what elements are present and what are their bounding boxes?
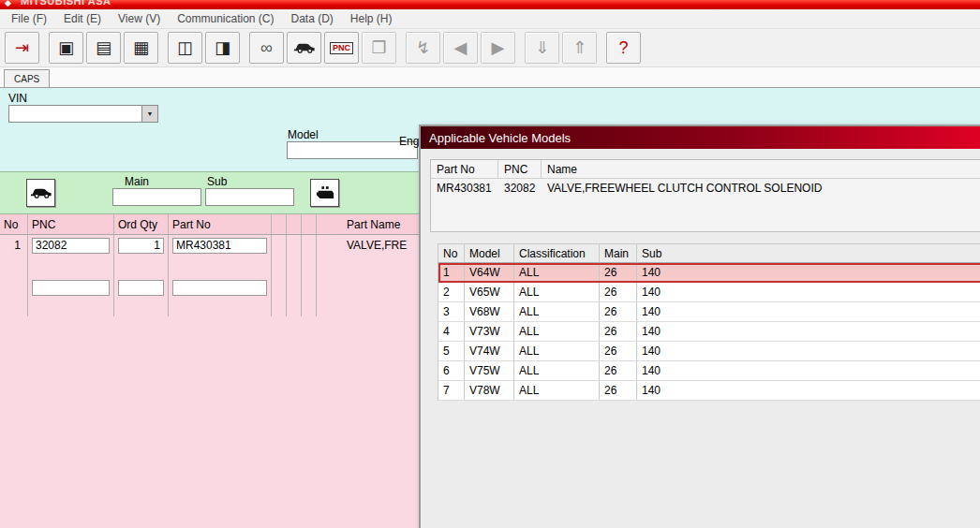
price-list-button[interactable]: ◨ <box>205 32 240 64</box>
col-header-no: No <box>438 244 465 262</box>
model-code: V65W <box>465 283 514 301</box>
part-no-input[interactable] <box>172 280 267 296</box>
screen-button[interactable]: ▣ <box>49 32 83 64</box>
pnc-input[interactable] <box>32 280 110 296</box>
model-main-code: 26 <box>600 322 637 341</box>
model-sub-code: 140 <box>637 322 980 341</box>
table-cell <box>302 277 317 298</box>
model-main-code: 26 <box>600 342 637 360</box>
table-cell <box>302 298 317 316</box>
col-header-pnc: PNC <box>498 160 542 178</box>
sub-code-label: Sub <box>207 175 227 188</box>
print-button[interactable]: ▤ <box>86 32 121 64</box>
tab-caps[interactable]: CAPS <box>4 69 50 87</box>
table-cell <box>169 277 272 298</box>
table-cell <box>287 235 302 256</box>
ord-qty-input[interactable] <box>118 238 164 254</box>
table-cell <box>287 256 302 277</box>
export-button: ⇑ <box>562 32 597 64</box>
table-cell <box>28 298 114 316</box>
vehicle-button[interactable] <box>26 179 55 207</box>
table-cell <box>302 214 317 234</box>
model-row-no: 6 <box>438 361 465 380</box>
app-title: MITSUBISHI ASA <box>21 0 111 7</box>
vin-input[interactable] <box>9 106 141 122</box>
model-row[interactable]: 1 V64W ALL 26 140 <box>438 263 980 283</box>
model-sub-code: 140 <box>637 263 980 282</box>
menu-item[interactable]: Data (D) <box>283 9 342 28</box>
col-header-no: No <box>0 214 28 234</box>
print-setup-button[interactable]: ▦ <box>124 32 158 64</box>
table-cell <box>114 235 169 256</box>
col-header-main: Main <box>600 244 637 262</box>
model-row-no: 5 <box>438 342 465 360</box>
dialog-titlebar[interactable]: Applicable Vehicle Models <box>421 126 980 149</box>
table-cell <box>272 298 287 316</box>
model-code: V78W <box>465 381 514 400</box>
model-row[interactable]: 2 V65W ALL 26 140 <box>438 283 980 302</box>
vehicle-button[interactable] <box>287 32 321 64</box>
window-icon: ❐ <box>371 39 386 56</box>
table-cell <box>287 277 302 298</box>
table-cell <box>287 298 302 316</box>
table-cell <box>272 214 287 234</box>
ord-qty-input[interactable] <box>118 280 164 296</box>
model-main-code: 26 <box>600 283 637 301</box>
menu-item[interactable]: Edit (E) <box>55 9 110 28</box>
app-logo-icon: ◆ <box>5 0 11 7</box>
vin-dropdown-button[interactable]: ▼ <box>141 106 157 122</box>
col-header-sub: Sub <box>637 244 980 262</box>
screen-icon: ▣ <box>58 39 74 56</box>
forward-icon: ▶ <box>492 39 505 56</box>
model-label: Model <box>288 128 319 141</box>
window-button: ❐ <box>362 32 396 64</box>
model-row[interactable]: 6 V75W ALL 26 140 <box>438 361 980 381</box>
price-list-icon: ◨ <box>215 39 230 56</box>
col-header-pnc: PNC <box>28 214 114 234</box>
table-cell <box>114 298 169 316</box>
pnc-button[interactable]: PNC <box>324 32 359 64</box>
model-main-code: 26 <box>600 302 637 321</box>
parts-catalog-icon: ◫ <box>177 39 193 56</box>
model-code: V64W <box>465 263 514 282</box>
engine-icon <box>315 186 335 200</box>
exit-icon: ⇥ <box>15 39 29 56</box>
model-row-no: 4 <box>438 322 465 341</box>
part-info-header-row: Part No PNC Name <box>431 160 980 179</box>
model-main-code: 26 <box>600 361 637 380</box>
table-cell <box>302 235 317 256</box>
sub-code-input[interactable] <box>205 188 294 206</box>
model-classification: ALL <box>514 263 600 282</box>
table-cell <box>272 256 287 277</box>
exit-button[interactable]: ⇥ <box>5 32 39 64</box>
menu-item[interactable]: File (F) <box>3 9 55 28</box>
vin-label: VIN <box>8 92 27 105</box>
back-button: ◀ <box>443 32 478 64</box>
model-row[interactable]: 7 V78W ALL 26 140 <box>438 381 980 401</box>
model-sub-code: 140 <box>637 361 980 380</box>
model-sub-code: 140 <box>637 283 980 301</box>
model-main-code: 26 <box>600 381 637 400</box>
main-code-input[interactable] <box>112 188 201 206</box>
model-code: V73W <box>465 322 514 341</box>
menu-item[interactable]: Communication (C) <box>169 9 282 28</box>
print-setup-icon: ▦ <box>133 39 149 56</box>
model-row[interactable]: 5 V74W ALL 26 140 <box>438 342 980 361</box>
pnc-value: 32082 <box>498 182 542 195</box>
model-sub-code: 140 <box>637 342 980 360</box>
model-classification: ALL <box>514 322 600 341</box>
menu-item[interactable]: Help (H) <box>342 9 401 28</box>
help-button[interactable]: ? <box>606 32 641 64</box>
part-no-input[interactable] <box>172 238 267 254</box>
parts-catalog-button[interactable]: ◫ <box>168 32 202 64</box>
model-row[interactable]: 3 V68W ALL 26 140 <box>438 302 980 322</box>
search-button[interactable]: ∞ <box>249 32 284 64</box>
engine-button[interactable] <box>310 179 339 207</box>
app-window: ◆ MITSUBISHI ASA File (F)Edit (E)View (V… <box>0 0 980 528</box>
menu-item[interactable]: View (V) <box>110 9 169 28</box>
col-header-classification: Classification <box>514 244 600 262</box>
app-titlebar[interactable]: ◆ MITSUBISHI ASA <box>0 0 980 9</box>
model-row[interactable]: 4 V73W ALL 26 140 <box>438 322 980 342</box>
pnc-input[interactable] <box>32 238 110 254</box>
model-input[interactable] <box>287 141 418 159</box>
